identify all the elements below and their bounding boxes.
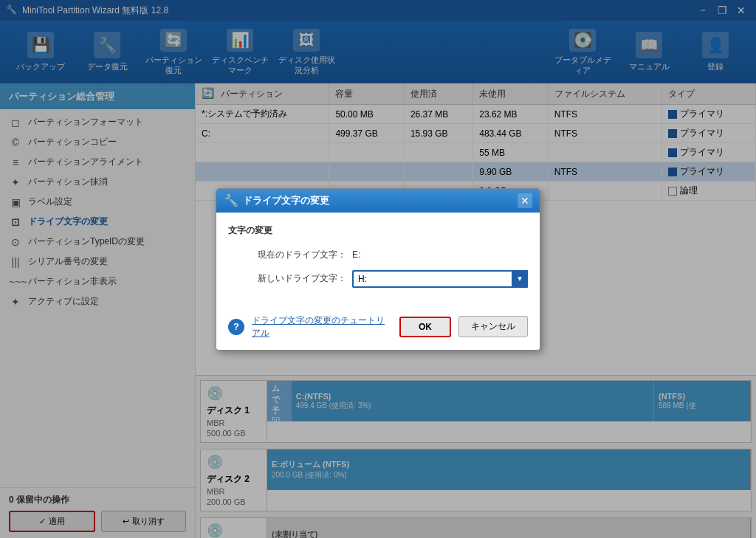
dialog-title-text: ドライブ文字の変更	[243, 194, 513, 207]
dialog-new-label: 新しいドライブ文字：	[228, 272, 346, 285]
dialog: 🔧 ドライブ文字の変更 ✕ 文字の変更 現在のドライブ文字： E: 新しいドライ…	[216, 188, 540, 351]
dialog-footer: ? ドライブ文字の変更のチュートリアル OK キャンセル	[216, 308, 540, 350]
dialog-title-icon: 🔧	[224, 193, 238, 207]
new-drive-letter-select[interactable]: H: I: J: K: L: M: N:	[352, 270, 528, 288]
dialog-overlay: 🔧 ドライブ文字の変更 ✕ 文字の変更 現在のドライブ文字： E: 新しいドライ…	[0, 0, 756, 538]
dialog-current-value: E:	[352, 249, 360, 260]
help-link[interactable]: ドライブ文字の変更のチュートリアル	[252, 314, 392, 339]
dialog-new-row: 新しいドライブ文字： H: I: J: K: L: M: N: ▼	[228, 270, 528, 288]
dialog-cancel-button[interactable]: キャンセル	[458, 316, 528, 337]
dialog-title-bar: 🔧 ドライブ文字の変更 ✕	[216, 189, 540, 213]
dialog-body: 文字の変更 現在のドライブ文字： E: 新しいドライブ文字： H: I: J: …	[216, 213, 540, 308]
dialog-current-row: 現在のドライブ文字： E:	[228, 249, 528, 261]
help-icon: ?	[228, 319, 244, 335]
dialog-ok-button[interactable]: OK	[399, 317, 451, 337]
dialog-current-label: 現在のドライブ文字：	[228, 249, 346, 261]
dialog-select-wrapper: H: I: J: K: L: M: N: ▼	[352, 270, 528, 288]
dialog-section-title: 文字の変更	[228, 224, 528, 238]
dialog-close-button[interactable]: ✕	[518, 193, 532, 208]
